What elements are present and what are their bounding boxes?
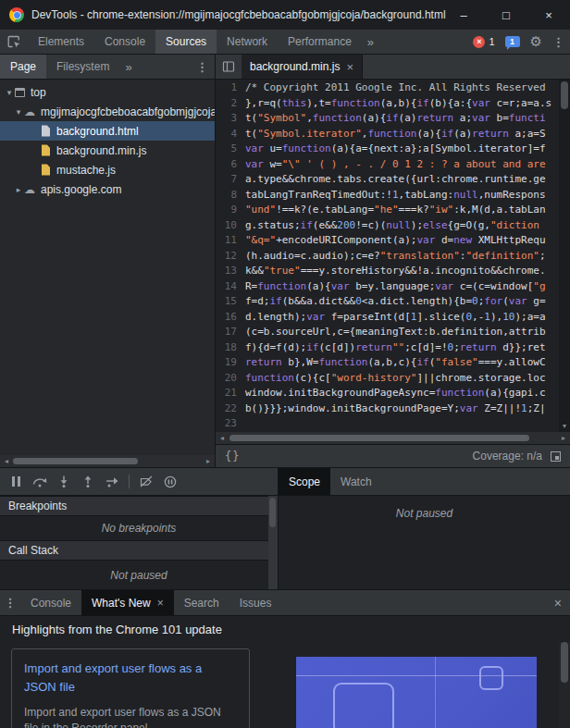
- line-number[interactable]: 19: [216, 355, 245, 371]
- line-number[interactable]: 18: [216, 340, 245, 356]
- line-number[interactable]: 23: [216, 416, 245, 432]
- tab-network[interactable]: Network: [217, 30, 278, 54]
- deactivate-breakpoints-icon: [140, 475, 153, 487]
- line-number[interactable]: 15: [216, 294, 245, 310]
- line-number[interactable]: 7: [216, 172, 245, 188]
- settings-gear-icon[interactable]: ⚙: [530, 33, 542, 50]
- line-number[interactable]: 4: [216, 127, 245, 142]
- navigator-menu-icon[interactable]: ⋮: [196, 55, 208, 79]
- tree-item-top[interactable]: ▾ top: [0, 82, 215, 102]
- close-button[interactable]: ×: [527, 0, 570, 30]
- pause-button[interactable]: [4, 468, 28, 495]
- debugger-vertical-scrollbar[interactable]: [268, 496, 278, 589]
- tab-sources[interactable]: Sources: [155, 30, 217, 54]
- tree-item-mustache-js[interactable]: mustache.js: [0, 160, 215, 179]
- drawer-tab-console[interactable]: Console: [20, 590, 81, 615]
- step-into-button[interactable]: [52, 468, 76, 495]
- drawer-tab-whats-new[interactable]: What's New ×: [81, 590, 174, 615]
- title-bar: DevTools - chrome-extension://mgijmajocg…: [0, 0, 570, 30]
- line-number[interactable]: 8: [216, 188, 245, 204]
- tab-watch[interactable]: Watch: [330, 468, 382, 495]
- close-tab-icon[interactable]: ×: [157, 597, 164, 610]
- editor-vertical-scrollbar[interactable]: ▾: [559, 80, 570, 432]
- expand-arrow-icon[interactable]: ▾: [4, 88, 15, 97]
- code-line: 9"und"!==k?(e.tabLang="he"===k?"iw":k,M(…: [216, 203, 570, 218]
- error-badge[interactable]: × 1: [473, 36, 494, 48]
- tab-filesystem[interactable]: Filesystem: [46, 55, 119, 79]
- drawer-tab-search[interactable]: Search: [174, 590, 229, 615]
- code-text: a.type&&chrome.tabs.create({url:chrome.r…: [245, 172, 546, 188]
- pause-on-exceptions-button[interactable]: [158, 468, 182, 495]
- expand-arrow-icon[interactable]: ▾: [13, 107, 24, 117]
- breakpoints-section-header[interactable]: Breakpoints: [0, 496, 278, 516]
- minimize-button[interactable]: –: [442, 0, 485, 30]
- tree-item-background-min-js[interactable]: background.min.js: [0, 141, 215, 160]
- step-out-button[interactable]: [76, 468, 100, 495]
- drawer-tab-issues[interactable]: Issues: [229, 590, 282, 615]
- line-number[interactable]: 5: [216, 142, 245, 157]
- drawer-menu-icon[interactable]: ⋮: [0, 590, 20, 615]
- code-line: 12(h.audio=c.audio);c=e?"translation":"d…: [216, 249, 570, 265]
- line-number[interactable]: 1: [216, 80, 245, 96]
- tree-item-background-html[interactable]: background.html: [0, 121, 215, 141]
- code-editor[interactable]: 1/* Copyright 2011 Google Inc. All Right…: [216, 80, 570, 432]
- line-number[interactable]: 17: [216, 325, 245, 340]
- call-stack-section-header[interactable]: Call Stack: [0, 540, 278, 561]
- editor-horizontal-scrollbar[interactable]: ◂ ▸: [216, 432, 570, 444]
- line-number[interactable]: 11: [216, 233, 245, 249]
- line-number[interactable]: 21: [216, 386, 245, 401]
- navigator-horizontal-scrollbar[interactable]: ◂ ▸: [0, 455, 215, 467]
- maximize-button[interactable]: □: [485, 0, 527, 30]
- tree-item-extension-origin[interactable]: ▾ ☁ mgijmajocgfcbeboacabfgobmjgjcoja: [0, 102, 215, 121]
- scroll-left-icon[interactable]: ◂: [217, 434, 227, 442]
- step-over-button[interactable]: [28, 468, 52, 495]
- line-number[interactable]: 2: [216, 96, 245, 112]
- line-number[interactable]: 12: [216, 249, 245, 265]
- tab-scope[interactable]: Scope: [279, 468, 330, 495]
- scope-empty-state: Not paused: [279, 496, 570, 520]
- tab-elements[interactable]: Elements: [28, 30, 94, 54]
- pretty-print-button[interactable]: {}: [225, 450, 240, 463]
- whats-new-card[interactable]: Import and export user flows as a JSON f…: [11, 648, 250, 728]
- line-number[interactable]: 22: [216, 401, 245, 417]
- main-menu-icon[interactable]: ⋮: [552, 35, 564, 49]
- scrollbar-thumb[interactable]: [269, 498, 276, 527]
- tab-console[interactable]: Console: [94, 30, 155, 54]
- step-button[interactable]: [100, 468, 124, 495]
- close-tab-icon[interactable]: ×: [346, 60, 353, 74]
- tab-page[interactable]: Page: [0, 55, 46, 79]
- collapse-arrow-icon[interactable]: ▸: [13, 185, 24, 194]
- inspect-element-button[interactable]: [0, 30, 28, 54]
- whats-new-card-title[interactable]: Import and export user flows as a JSON f…: [24, 660, 237, 697]
- deactivate-breakpoints-button[interactable]: [134, 468, 158, 495]
- line-number[interactable]: 6: [216, 157, 245, 173]
- scroll-right-icon[interactable]: ▸: [559, 434, 568, 442]
- tab-performance[interactable]: Performance: [278, 30, 362, 54]
- close-drawer-icon[interactable]: ×: [554, 590, 562, 615]
- drawer-vertical-scrollbar[interactable]: [559, 642, 570, 728]
- line-number[interactable]: 20: [216, 371, 245, 387]
- line-number[interactable]: 3: [216, 111, 245, 127]
- line-number[interactable]: 9: [216, 203, 245, 218]
- scroll-down-icon[interactable]: ▾: [559, 422, 570, 430]
- scrollbar-thumb[interactable]: [13, 458, 138, 464]
- toggle-navigator-button[interactable]: [216, 55, 242, 79]
- toolbar-divider: [129, 475, 130, 488]
- scroll-right-icon[interactable]: ▸: [204, 457, 213, 465]
- line-number[interactable]: 13: [216, 264, 245, 279]
- line-number[interactable]: 14: [216, 279, 245, 295]
- scroll-left-icon[interactable]: ◂: [2, 457, 11, 465]
- line-number[interactable]: 10: [216, 218, 245, 234]
- tree-item-apis-google-com[interactable]: ▸ ☁ apis.google.com: [0, 179, 215, 199]
- navigator-more-tabs-button[interactable]: »: [119, 55, 137, 79]
- issues-bubble-icon[interactable]: 1: [505, 36, 520, 47]
- scrollbar-thumb[interactable]: [561, 642, 568, 683]
- line-number[interactable]: 16: [216, 310, 245, 326]
- error-count: 1: [489, 36, 494, 47]
- scrollbar-thumb[interactable]: [561, 81, 568, 109]
- step-over-icon: [32, 475, 47, 487]
- more-tabs-button[interactable]: »: [362, 30, 379, 54]
- scrollbar-thumb[interactable]: [229, 435, 529, 441]
- editor-tab-background-min-js[interactable]: background.min.js ×: [242, 55, 363, 79]
- coverage-icon[interactable]: [551, 451, 561, 462]
